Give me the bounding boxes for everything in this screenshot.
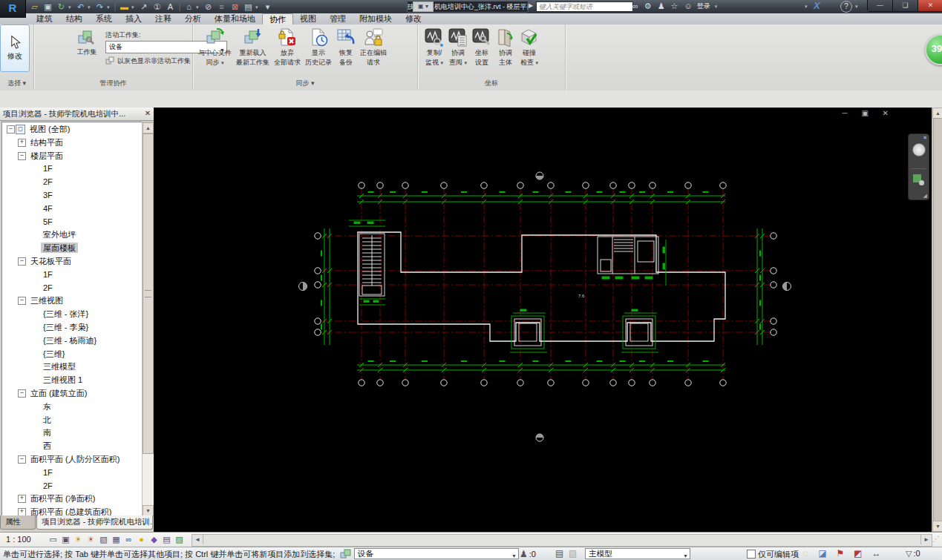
sign-in-dropdown-icon[interactable]: ▾ — [715, 4, 718, 10]
close-hidden-windows-icon[interactable]: ⊠ — [229, 1, 241, 13]
tag-icon[interactable]: ① — [151, 1, 163, 13]
close-icon[interactable]: ✕ — [143, 108, 153, 119]
tree-item[interactable]: 东 — [2, 400, 142, 413]
crop-view-icon[interactable]: ▧ — [98, 534, 109, 545]
tree-item[interactable]: 2F — [2, 175, 142, 188]
aligned-dimension-icon[interactable]: ↗ — [137, 1, 150, 13]
open-icon[interactable]: ▱ — [28, 1, 41, 13]
tree-item[interactable]: {三维} — [2, 347, 142, 360]
dropdown-arrow-icon[interactable]: ▾ — [68, 1, 73, 13]
tree-item[interactable]: 室外地坪 — [2, 228, 142, 241]
tree-item[interactable]: 5F — [2, 215, 142, 228]
select-underlay-elements-icon[interactable]: ◪ — [818, 548, 826, 559]
help-icon[interactable]: ? — [840, 1, 852, 13]
tree-item[interactable]: 1F — [2, 268, 142, 281]
coordination-host-button[interactable]: 协调 主体 — [494, 26, 517, 67]
save-icon[interactable]: ▣ — [42, 1, 54, 13]
coordination-review-button[interactable]: 协调 查阅 ▾ — [446, 26, 470, 67]
help-dropdown-icon[interactable]: ▾ — [855, 4, 858, 10]
text-icon[interactable]: A — [164, 1, 177, 13]
application-menu-button[interactable]: R — [0, 0, 26, 18]
ribbon-tab-建筑[interactable]: 建筑 — [30, 13, 59, 24]
subscription-center-icon[interactable]: ⚙ — [644, 1, 652, 12]
reveal-hidden-elements-icon[interactable]: ● — [136, 534, 147, 545]
reload-latest-button[interactable]: 重新载入 最新工作集 — [234, 26, 272, 67]
tree-item-label[interactable]: 1F — [41, 163, 55, 174]
dropdown-arrow-icon[interactable]: ▼ — [511, 551, 517, 560]
tree-item-label[interactable]: 5F — [41, 217, 55, 227]
select-links-icon[interactable]: ◌ — [803, 548, 808, 559]
infocenter-search-input[interactable]: 键入关键字或短语 — [536, 1, 633, 12]
sync-central-button[interactable]: 与中心文件 同步 ▾ — [196, 26, 234, 67]
tree-item-label[interactable]: 2F — [41, 481, 55, 491]
tree-item-label[interactable]: 2F — [41, 283, 55, 293]
scroll-left-icon[interactable]: ◄ — [192, 535, 203, 544]
active-workset-dropdown[interactable]: 设备 ▼ — [354, 548, 519, 559]
panel-label-synchronize[interactable]: 同步 ▾ — [193, 79, 417, 88]
design-options-icon[interactable]: ▤ — [555, 548, 563, 559]
collapse-icon[interactable]: − — [18, 257, 26, 266]
collapse-icon[interactable]: − — [18, 297, 26, 305]
analytical-model-icon[interactable]: ▨ — [174, 534, 185, 545]
ribbon-tab-插入[interactable]: 插入 — [119, 13, 148, 24]
customize-qat-icon[interactable]: ▾ — [261, 1, 274, 13]
select-pinned-elements-icon[interactable]: ⚑ — [836, 548, 844, 559]
dropdown-arrow-icon[interactable]: ▾ — [441, 60, 444, 65]
tree-item[interactable]: − 天花板平面 — [2, 254, 142, 268]
tree-item-label[interactable]: 屋面楼板 — [41, 243, 78, 253]
ribbon-tab-分析[interactable]: 分析 — [178, 13, 208, 24]
floor-plan-drawing[interactable]: 7.6 — [154, 108, 932, 532]
coordination-settings-button[interactable]: 坐标 设置 — [470, 26, 494, 67]
temporary-hide-isolate-icon[interactable]: ∞ — [123, 534, 134, 545]
ribbon-tab-注释[interactable]: 注释 — [148, 13, 178, 24]
worksets-button[interactable]: 工作集 — [71, 27, 102, 56]
ribbon-tab-管理[interactable]: 管理 — [323, 13, 353, 24]
temporary-view-properties-icon[interactable]: ▤ — [161, 534, 172, 545]
select-elements-by-face-icon[interactable]: ◩ — [854, 548, 862, 559]
tree-item[interactable]: 1F — [2, 162, 142, 175]
dropdown-arrow-icon[interactable]: ▾ — [536, 60, 539, 65]
resize-grip[interactable]: ⋰ — [932, 535, 940, 543]
collapse-icon[interactable]: − — [18, 152, 26, 160]
dropdown-arrow-icon[interactable]: ▾ — [107, 1, 112, 13]
project-browser-tree[interactable]: −◻ 视图 (全部) + 结构平面 − 楼层平面 1F 2F 3F 4F 5F … — [1, 122, 143, 517]
expand-icon[interactable]: + — [18, 495, 26, 503]
tree-item-label[interactable]: 室外地坪 — [41, 229, 78, 240]
tree-item[interactable]: + 面积平面 (净面积) — [2, 492, 142, 505]
drawing-area[interactable]: 7.6 ─ ▣ ✕ ✕ ◢ — [154, 108, 932, 532]
scrollbar-thumb[interactable] — [143, 134, 154, 454]
sync-with-central-icon[interactable]: ↻ — [55, 1, 68, 13]
close-button[interactable]: ✕ — [918, 0, 942, 11]
view-scale[interactable]: 1 : 100 — [6, 535, 31, 544]
drag-elements-on-selection-icon[interactable]: ↔ — [872, 548, 881, 559]
collapse-icon[interactable]: − — [18, 455, 26, 464]
sign-in-icon[interactable]: ☺ — [684, 1, 692, 12]
interference-check-button[interactable]: 碰撞 检查 ▾ — [517, 26, 541, 67]
tree-item[interactable]: {三维 - 张洋} — [2, 307, 142, 320]
tree-item-label[interactable]: 面积平面 (人防分区面积) — [28, 454, 122, 464]
dropdown-arrow-icon[interactable]: ▾ — [255, 1, 261, 13]
ribbon-tab-结构[interactable]: 结构 — [59, 13, 89, 24]
search-icon[interactable]: ∞ — [632, 1, 638, 12]
visual-style-icon[interactable]: ▣ — [60, 534, 71, 545]
exchange-apps-icon[interactable]: X — [814, 0, 820, 11]
tab-properties[interactable]: 属性 — [0, 515, 36, 530]
relinquish-button[interactable]: 放弃 全部请求 — [272, 26, 303, 67]
tree-item-label[interactable]: 1F — [41, 467, 55, 478]
navbar-options-icon[interactable]: ◢ — [923, 193, 927, 199]
collapse-icon[interactable]: − — [18, 389, 26, 398]
tree-item-label[interactable]: 楼层平面 — [28, 151, 65, 161]
modify-button[interactable]: 修改 — [0, 24, 30, 72]
dropdown-arrow-icon[interactable]: ▾ — [196, 1, 201, 13]
dropdown-arrow-icon[interactable]: ▾ — [465, 60, 468, 65]
collapse-icon[interactable]: − — [7, 125, 15, 134]
scroll-down-icon[interactable]: ▼ — [932, 521, 942, 532]
editing-requests-indicator[interactable]: ♟ :0 — [520, 549, 536, 559]
copy-monitor-button[interactable]: 复制/ 监视 ▾ — [422, 26, 446, 67]
ribbon-tab-协作[interactable]: 协作 — [262, 13, 293, 24]
tree-item-label[interactable]: {三维 - 李枭} — [41, 322, 91, 332]
scroll-down-icon[interactable]: ▼ — [143, 505, 154, 516]
favorites-icon[interactable]: ☆ — [671, 1, 678, 12]
switch-windows-icon[interactable]: ▤ — [242, 1, 255, 13]
tree-item[interactable]: 2F — [2, 479, 142, 493]
